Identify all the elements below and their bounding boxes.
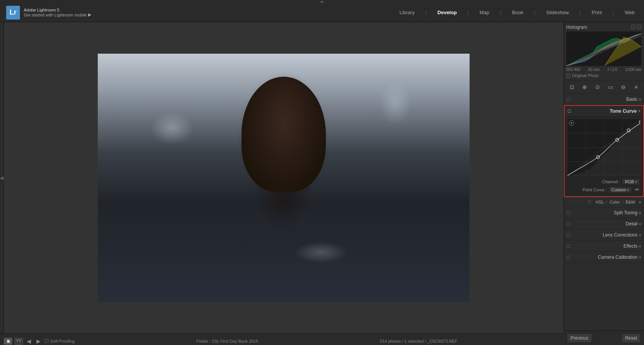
color-label[interactable]: Color	[610, 200, 620, 204]
split-toning-label: Split Toning	[572, 210, 637, 215]
split-toning-section: Split Toning ▾	[564, 207, 644, 219]
histogram-canvas	[566, 31, 641, 66]
split-toning-arrow: ▾	[639, 211, 641, 215]
gradient-tool[interactable]: ▭	[605, 83, 615, 91]
basic-section-header[interactable]: Basic ▾	[564, 94, 644, 105]
tc-point-curve-row: Point Curve : Custom ÷ ✏	[567, 185, 641, 194]
detail-section: Detail ▾	[564, 219, 644, 230]
tc-channel-row: Channel : RGB ÷	[567, 178, 641, 185]
clip-right[interactable]	[637, 25, 642, 29]
previous-button[interactable]: Previous	[567, 334, 591, 342]
radial-tool[interactable]: ⊖	[618, 83, 628, 91]
photo-view	[4, 22, 564, 334]
split-toning-dot	[567, 211, 570, 214]
hsl-section: HSL / Color / B&W ▾	[564, 197, 644, 207]
grid-view-btn[interactable]: YY	[15, 338, 23, 345]
tone-curve-canvas[interactable]	[567, 118, 641, 176]
reset-button[interactable]: Reset	[622, 334, 640, 342]
left-panel-arrow: ◀	[0, 175, 3, 181]
original-photo-checkbox[interactable]	[566, 74, 570, 78]
channel-dropdown[interactable]: RGB ÷	[623, 179, 639, 184]
camera-calibration-arrow: ▾	[639, 255, 641, 260]
nav-library[interactable]: Library	[396, 8, 418, 17]
nav-develop[interactable]: Develop	[434, 8, 460, 17]
split-toning-header[interactable]: Split Toning ▾	[564, 207, 644, 218]
soft-proofing-label: Soft Proofing	[50, 339, 75, 343]
camera-calibration-section: Camera Calibration ▾	[564, 252, 644, 263]
effects-section: Effects ▾	[564, 241, 644, 252]
effects-arrow: ▾	[639, 244, 641, 248]
hsl-arrow: ▾	[639, 200, 641, 204]
bottom-bar: ▣ YY ◀ ▶ Soft Proofing Folder : City Fir…	[0, 334, 644, 345]
photo-info: 514 photos / 1 selected / _DSC6673.NEF	[380, 339, 457, 343]
histogram-svg	[566, 31, 641, 66]
aperture-value: f / 2.0	[608, 67, 617, 72]
tone-curve-header[interactable]: Tone Curve ▾	[565, 106, 643, 116]
photo-background	[98, 54, 470, 302]
point-curve-arrow: ÷	[627, 187, 629, 192]
folder-path: Folder : City First Day Back 2015	[196, 339, 258, 343]
tc-target-icon[interactable]	[569, 120, 574, 126]
right-bottom-bar: Previous Reset	[564, 330, 644, 345]
channel-arrow: ÷	[635, 179, 637, 184]
detail-header[interactable]: Detail ▾	[564, 219, 644, 229]
photo-container	[98, 54, 470, 302]
effects-header[interactable]: Effects ▾	[564, 241, 644, 251]
tone-curve-svg	[567, 119, 641, 176]
hsl-header[interactable]: HSL / Color / B&W ▾	[564, 197, 644, 207]
shutter-value: 1/100 sec	[625, 67, 642, 72]
point-curve-dropdown[interactable]: Custom ÷	[609, 187, 631, 192]
nav-book[interactable]: Book	[509, 8, 527, 17]
promo-arrow: ▶	[88, 12, 91, 17]
nav-map[interactable]: Map	[476, 8, 492, 17]
crop-tool[interactable]: ⊡	[567, 83, 577, 91]
bw-label[interactable]: B&W	[626, 200, 635, 204]
basic-dot	[567, 98, 570, 101]
collapse-arrow[interactable]	[320, 0, 324, 3]
nav-print[interactable]: Print	[588, 8, 605, 17]
lens-corrections-arrow: ▾	[639, 233, 641, 237]
nav-slideshow[interactable]: Slideshow	[543, 8, 572, 17]
focal-value: 50 mm	[588, 67, 600, 72]
histogram-title-row: Histogram	[566, 25, 642, 30]
histogram-section: Histogram	[564, 22, 644, 80]
redeye-tool[interactable]: ⊙	[593, 83, 603, 91]
clip-left[interactable]	[631, 25, 636, 29]
channel-label: Channel :	[602, 179, 620, 184]
bokeh-overlay	[98, 54, 470, 302]
app-logo: Lr Adobe Lightroom 5 Get started with Li…	[6, 6, 91, 20]
filmstrip-view-btn[interactable]: ▣	[4, 338, 12, 345]
adjust-tool[interactable]: ≡	[631, 83, 641, 91]
tone-curve-section: Tone Curve ▾	[564, 105, 644, 197]
bottom-left-controls: ▣ YY ◀ ▶ Soft Proofing	[4, 337, 75, 345]
basic-arrow: ▾	[639, 97, 641, 102]
tone-curve-title: Tone Curve	[573, 108, 637, 114]
clipping-indicators	[631, 25, 642, 29]
nav-forward-arrow[interactable]: ▶	[35, 337, 42, 345]
app-name: Adobe Lightroom 5	[24, 8, 91, 12]
soft-proofing-checkbox[interactable]	[44, 339, 49, 343]
app-brand: Adobe Lightroom 5 Get started with Light…	[24, 8, 91, 17]
top-indicator	[0, 0, 644, 3]
promo-text[interactable]: Get started with Lightroom mobile ▶	[24, 12, 91, 17]
lens-corrections-dot	[567, 233, 570, 237]
tone-curve-arrow: ▾	[638, 109, 640, 113]
right-panel: Histogram	[564, 22, 644, 334]
top-bar: Lr Adobe Lightroom 5 Get started with Li…	[0, 3, 644, 22]
point-curve-value-text: Custom	[611, 187, 626, 192]
camera-calibration-header[interactable]: Camera Calibration ▾	[564, 252, 644, 263]
tone-curve-dot	[568, 110, 571, 113]
left-panel-toggle[interactable]: ◀	[0, 22, 4, 334]
lens-corrections-header[interactable]: Lens Corrections ▾	[564, 230, 644, 240]
nav-back-arrow[interactable]: ◀	[25, 337, 33, 345]
soft-proofing-row: Soft Proofing	[44, 339, 75, 343]
camera-calibration-dot	[567, 256, 570, 259]
detail-arrow: ▾	[639, 222, 641, 226]
main-layout: ◀ Histogram	[0, 22, 644, 334]
nav-web[interactable]: Web	[622, 8, 638, 17]
svg-point-5	[639, 120, 641, 123]
hsl-label[interactable]: HSL	[596, 200, 604, 204]
basic-label: Basic	[572, 97, 637, 102]
spot-tool[interactable]: ⊕	[580, 83, 590, 91]
pencil-edit-icon[interactable]: ✏	[635, 187, 639, 192]
